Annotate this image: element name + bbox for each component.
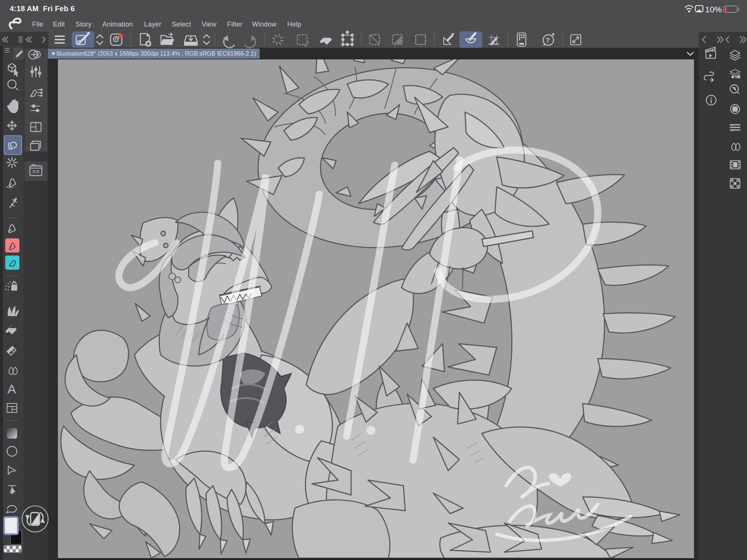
svg-text:A: A (7, 382, 16, 396)
svg-text:?: ? (546, 37, 550, 44)
